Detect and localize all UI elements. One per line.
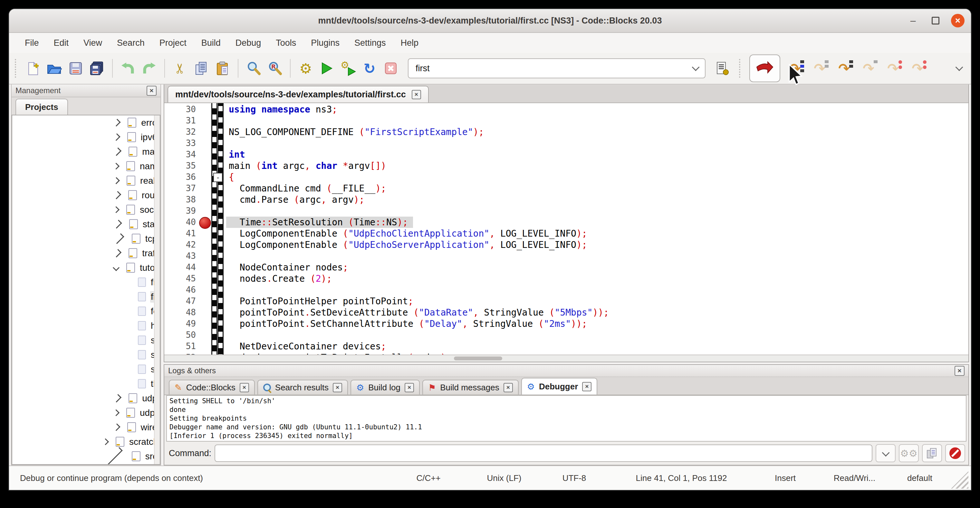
command-history-button[interactable] [876, 444, 896, 462]
tree-item-stat[interactable]: stat [12, 217, 160, 231]
maximize-button[interactable] [929, 14, 943, 28]
chevron-right-icon[interactable] [113, 409, 119, 416]
menu-item-debug[interactable]: Debug [228, 38, 269, 48]
stop-debugger-button[interactable] [945, 444, 965, 462]
menu-item-plugins[interactable]: Plugins [304, 38, 347, 48]
save-all-button[interactable] [88, 58, 106, 79]
code-line-40[interactable]: Time::SetResolution (Time::NS); [229, 217, 969, 228]
chevron-right-icon[interactable] [113, 233, 124, 244]
new-file-button[interactable] [24, 58, 43, 79]
menu-item-tools[interactable]: Tools [268, 38, 304, 48]
menu-item-edit[interactable]: Edit [46, 38, 76, 48]
step-into-button[interactable]: ↷ [834, 58, 854, 79]
menu-item-search[interactable]: Search [110, 38, 152, 48]
management-close-icon[interactable]: × [146, 86, 157, 96]
tree-item-sock[interactable]: sock [12, 202, 160, 217]
code-lines[interactable]: using namespace ns3;NS_LOG_COMPONENT_DEF… [229, 104, 969, 355]
tree-item-scratch[interactable]: scratch [12, 435, 160, 449]
logs-caption[interactable]: Logs & others × [164, 365, 969, 377]
tree-item-udp[interactable]: udp- [12, 406, 160, 420]
menu-item-view[interactable]: View [76, 38, 110, 48]
open-file-button[interactable] [45, 58, 64, 79]
step-out-button[interactable]: ↷ [858, 58, 879, 79]
project-tree[interactable]: erroipv6matnamreallroutsockstattcptraflt… [11, 115, 161, 465]
editor-hscrollbar-thumb[interactable] [454, 357, 502, 360]
toolbar-grip[interactable] [15, 59, 18, 78]
chevron-right-icon[interactable] [113, 134, 120, 141]
build-button[interactable]: ⚙ [296, 58, 315, 79]
code-line-30[interactable]: using namespace ns3; [229, 104, 969, 115]
chevron-right-icon[interactable] [113, 424, 120, 431]
code-line-34[interactable]: int [229, 149, 969, 160]
code-line-46[interactable] [229, 284, 969, 296]
tab-close-icon[interactable]: × [582, 382, 592, 391]
chevron-right-icon[interactable] [102, 438, 109, 445]
logs-tab-debugger[interactable]: ⚙Debugger× [521, 378, 598, 395]
chevron-right-icon[interactable] [113, 191, 121, 199]
editor-hscrollbar[interactable] [164, 355, 969, 361]
title-bar[interactable]: mnt/dev/tools/source/ns-3-dev/examples/t… [9, 9, 971, 33]
code-line-39[interactable] [229, 205, 969, 217]
paste-button[interactable] [213, 58, 232, 79]
logs-tab-build-messages[interactable]: ⚑Build messages× [422, 380, 519, 395]
compiler-targets-button[interactable] [713, 58, 732, 79]
tree-item-rout[interactable]: rout [12, 188, 160, 202]
code-line-51[interactable]: NetDeviceContainer devices; [229, 341, 969, 352]
code-line-49[interactable]: pointToPoint.SetChannelAttribute ("Delay… [229, 318, 969, 330]
code-line-43[interactable] [229, 250, 969, 262]
toolbar-overflow-chevron-icon[interactable] [955, 63, 963, 71]
chevron-right-icon[interactable] [113, 163, 119, 170]
chevron-right-icon[interactable] [113, 394, 121, 402]
chevron-right-icon[interactable] [113, 206, 119, 213]
run-button[interactable] [318, 58, 336, 79]
fold-collapse-icon[interactable]: - [213, 173, 223, 182]
debug-continue-button[interactable] [749, 54, 780, 82]
chevron-right-icon[interactable] [113, 249, 121, 257]
menu-item-build[interactable]: Build [194, 38, 228, 48]
tree-item-udp[interactable]: udp [12, 391, 160, 406]
resize-grip[interactable] [951, 471, 969, 489]
close-button[interactable]: × [951, 14, 964, 27]
tab-close-icon[interactable]: × [333, 383, 342, 392]
debugger-settings-button[interactable]: ⚙⚙ [899, 444, 919, 462]
command-input[interactable] [215, 444, 872, 462]
tree-item-tcp[interactable]: tcp [12, 231, 160, 246]
replace-button[interactable]: R [266, 58, 284, 79]
line-number-gutter[interactable]: 3031323334353637383940414243444546474849… [164, 104, 199, 355]
tree-item-fo[interactable]: fo [12, 304, 160, 318]
copy-log-button[interactable] [922, 444, 942, 462]
tree-scrollbar[interactable] [154, 115, 160, 464]
chevron-right-icon[interactable] [113, 147, 121, 156]
tree-item-se[interactable]: se [12, 333, 160, 347]
tree-item-erro[interactable]: erro [12, 115, 160, 130]
tree-item-trafl[interactable]: trafl [12, 246, 160, 260]
abort-button[interactable] [382, 58, 400, 79]
build-and-run-button[interactable]: ⚙ [339, 58, 358, 79]
code-line-37[interactable]: CommandLine cmd (__FILE__); [229, 183, 969, 194]
menu-item-project[interactable]: Project [152, 38, 194, 48]
code-line-44[interactable]: NodeContainer nodes; [229, 262, 969, 273]
tree-item-th[interactable]: th [12, 376, 160, 391]
build-target-input[interactable] [415, 63, 693, 74]
find-button[interactable] [244, 58, 263, 79]
code-line-47[interactable]: PointToPointHelper pointToPoint; [229, 296, 969, 307]
tree-item-ipv6[interactable]: ipv6 [12, 130, 160, 144]
code-line-35[interactable]: main (int argc, char *argv[]) [229, 160, 969, 172]
tree-item-wire[interactable]: wire [12, 420, 160, 435]
chevron-down-icon[interactable] [692, 63, 699, 71]
tab-close-icon[interactable]: × [240, 383, 249, 392]
tree-item-se[interactable]: se [12, 347, 160, 362]
editor-tab-first-cc[interactable]: mnt/dev/tools/source/ns-3-dev/examples/t… [167, 86, 429, 102]
toolbar-grip[interactable] [739, 59, 742, 78]
minimize-button[interactable]: – [906, 14, 920, 28]
code-area[interactable]: 3031323334353637383940414243444546474849… [164, 103, 969, 355]
code-line-42[interactable]: LogComponentEnable ("UdpEchoServerApplic… [229, 239, 969, 250]
copy-button[interactable] [192, 58, 211, 79]
tree-item-mat[interactable]: mat [12, 144, 160, 159]
tree-item-fir[interactable]: fir [12, 290, 160, 304]
tab-projects[interactable]: Projects [16, 99, 68, 115]
management-caption[interactable]: Management × [11, 84, 161, 97]
redo-button[interactable] [140, 58, 159, 79]
code-line-52[interactable]: devices = pointToPoint.Install (nodes); [229, 352, 969, 355]
logs-close-icon[interactable]: × [955, 366, 964, 376]
